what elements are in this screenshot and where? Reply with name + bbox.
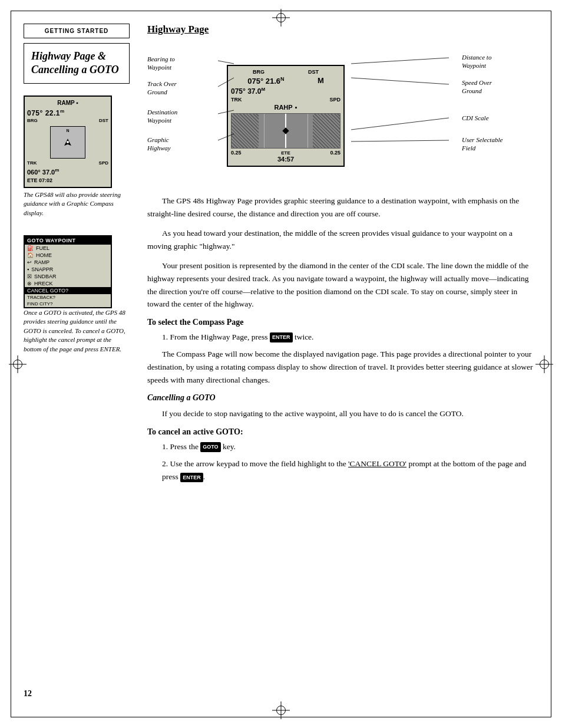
cancel-goto-label: CANCEL GOTO? [27, 288, 68, 294]
gps1-trk-val: 060° 37.0m [27, 167, 108, 176]
gps1-name: RAMP ▪ [27, 99, 108, 107]
caption-1: The GPS48 will also provide steering gui… [24, 190, 130, 218]
waypoint-list: GOTO WAYPOINT ⛽ FUEL 🏠 HOME ↩ RAMP ▪ SNA… [24, 235, 112, 308]
reg-circle-bottom [276, 706, 286, 715]
hs-position-diamond [282, 128, 289, 134]
compass-body: The Compass Page will now become the dis… [147, 348, 538, 386]
page-number: 12 [24, 689, 32, 699]
page-title: Highway Page & Cancelling a GOTO [24, 43, 130, 84]
hs-ete-val: 34:57 [231, 156, 340, 163]
hs-labels-row: BRG DST [231, 69, 340, 75]
cancel-body: If you decide to stop navigating to the … [147, 407, 538, 420]
gps1-labels-row2: TRK SPD [27, 160, 108, 166]
waypoint-item-snappr: ▪ SNAPPR [25, 266, 111, 273]
reg-circle-top [276, 13, 286, 22]
gps1-brg-val: 075° 22.1m [27, 108, 108, 118]
compass-step1: 1. From the Highway Page, press ENTER tw… [147, 331, 538, 344]
hs-brg-val: 075° 21.6N M [231, 76, 340, 85]
sndbar-label: SNDBAR [34, 274, 57, 279]
svg-line-7 [351, 140, 449, 141]
gps-device-1: RAMP ▪ 075° 22.1m BRG DST N TRK SPD 060°… [24, 95, 112, 188]
hs-track-row: 075° 37.0M [231, 87, 340, 95]
gps1-compass: N [50, 126, 85, 159]
ramp-icon: ↩ [27, 259, 32, 265]
hs-left-edge [264, 114, 265, 148]
waypoint-list-title: GOTO WAYPOINT [25, 236, 111, 245]
hreck-icon: ⊗ [27, 281, 32, 286]
ann-distance-waypoint: Distance toWaypoint [462, 53, 538, 70]
hs-highway-graphic [231, 113, 340, 149]
cancel-step2: 2. Use the arrow keypad to move the fiel… [147, 457, 538, 483]
gps1-ete: ETE 07:02 [27, 177, 108, 185]
ann-bearing-to-waypoint: Bearing toWaypoint [147, 55, 218, 72]
waypoint-item-sndbar: ☒ SNDBAR [25, 273, 111, 280]
waypoint-item-findcity: FIND CITY? [25, 301, 111, 307]
brg-label: BRG [253, 69, 265, 75]
gps1-labels-row1: BRG DST [27, 118, 108, 124]
svg-line-5 [351, 78, 449, 84]
enter-button-1[interactable]: ENTER [270, 332, 293, 342]
hreck-label: HRECK [34, 281, 53, 286]
ann-track-over-ground: Track OverGround [147, 80, 218, 97]
hs-right-hatch [313, 114, 340, 148]
waypoint-item-fuel: ⛽ FUEL [25, 245, 111, 252]
cancel-step1: 1. Press the GOTO key. [147, 440, 538, 453]
body-text-2: As you head toward your destination, the… [147, 227, 538, 252]
hs-trk-spd-labels: TRK SPD [231, 97, 340, 103]
cancel-steps-title: To cancel an active GOTO: [147, 427, 538, 437]
fuel-icon: ⛽ [27, 245, 34, 251]
waypoint-item-home: 🏠 HOME [25, 252, 111, 259]
sndbar-icon: ☒ [27, 274, 32, 279]
waypoint-item-hreck: ⊗ HRECK [25, 280, 111, 287]
waypoint-item-tracback: TRACBACK? [25, 294, 111, 301]
ramp-label: RAMP [34, 259, 49, 265]
fuel-label: FUEL [36, 245, 49, 251]
highway-screen-container: BRG DST 075° 21.6N M 075° 37.0M TRK SPD [224, 53, 348, 167]
section1-title: Highway Page [147, 24, 538, 35]
ann-destination-waypoint: DestinationWaypoint [147, 108, 218, 125]
snappr-icon: ▪ [27, 266, 29, 272]
getting-started-label: GETTING STARTED [24, 24, 130, 38]
ann-cdi-scale: CDI Scale [462, 114, 538, 122]
reg-circle-left [13, 360, 22, 369]
snappr-label: SNAPPR [31, 266, 53, 272]
sidebar: GETTING STARTED Highway Page & Cancellin… [24, 24, 141, 704]
caption-2: Once a GOTO is activated, the GPS 48 pro… [24, 308, 130, 354]
highway-screen: BRG DST 075° 21.6N M 075° 37.0M TRK SPD [227, 65, 345, 167]
goto-button[interactable]: GOTO [200, 442, 220, 452]
hs-left-hatch [232, 114, 259, 148]
ann-user-selectable: User SelectableField [462, 136, 538, 153]
highway-diagram: Bearing toWaypoint Track OverGround Dest… [147, 44, 538, 183]
cancel-section-title: Cancelling a GOTO [147, 393, 538, 403]
main-content: Highway Page Bearing toWaypoint Track Ov… [141, 24, 538, 704]
ann-graphic-highway: GraphicHighway [147, 136, 218, 153]
body-text-1: The GPS 48s Highway Page provides graphi… [147, 195, 538, 220]
waypoint-item-cancel: CANCEL GOTO? [25, 287, 111, 294]
compass-section-title: To select the Compass Page [147, 318, 538, 327]
svg-line-4 [351, 58, 449, 64]
waypoint-item-ramp: ↩ RAMP [25, 259, 111, 266]
home-icon: 🏠 [27, 252, 34, 258]
hs-right-edge [308, 114, 308, 148]
body-text-3: Your present position is represented by … [147, 259, 538, 310]
reg-circle-right [540, 360, 549, 369]
compass-center [67, 141, 69, 143]
home-label: HOME [36, 252, 52, 258]
ann-speed-over-ground: Speed OverGround [462, 78, 538, 95]
hs-waypoint-name: RAHP ▪ [231, 104, 340, 111]
dst-label: DST [308, 69, 319, 75]
hs-cdi-row: 0.25 ETE 0.25 [231, 150, 340, 156]
enter-button-2[interactable]: ENTER [180, 473, 203, 482]
svg-line-6 [351, 118, 449, 130]
cancel-goto-text: 'CANCEL GOTO' [348, 459, 406, 468]
